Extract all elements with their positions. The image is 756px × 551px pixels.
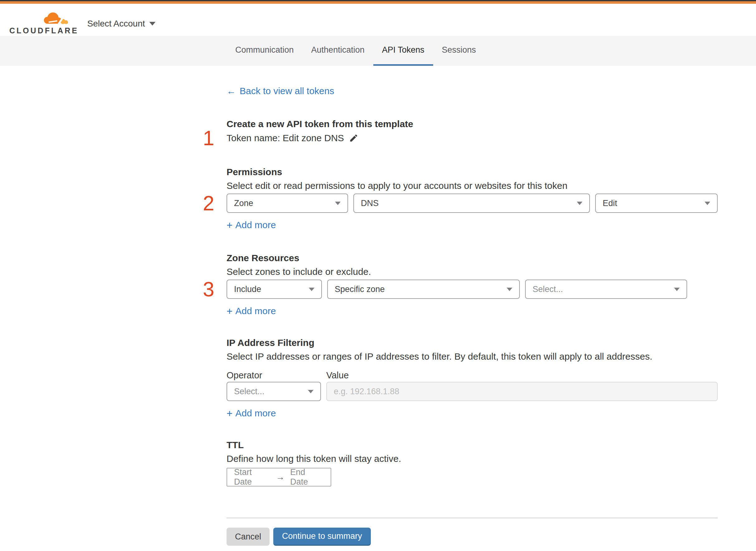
caret-down-icon <box>577 202 583 205</box>
ttl-description: Define how long this token will stay act… <box>226 453 718 465</box>
step-number-1: 1 <box>203 128 214 148</box>
tab-label: Communication <box>235 45 294 55</box>
chevron-down-icon <box>149 22 155 26</box>
arrow-right-icon: → <box>276 472 284 482</box>
cancel-button[interactable]: Cancel <box>226 528 269 546</box>
add-more-label: Add more <box>235 408 276 419</box>
main-content: ← Back to view all tokens Create a new A… <box>226 66 718 546</box>
operator-label: Operator <box>226 370 326 381</box>
select-placeholder: Select... <box>234 387 264 397</box>
arrow-left-icon: ← <box>226 86 236 96</box>
plus-icon: + <box>226 408 232 419</box>
tab-sessions[interactable]: Sessions <box>433 36 485 66</box>
ip-operator-select[interactable]: Select... <box>226 382 321 401</box>
tab-api-tokens[interactable]: API Tokens <box>373 36 433 66</box>
caret-down-icon <box>308 390 313 393</box>
select-value: Edit <box>603 198 617 208</box>
permissions-add-more-link[interactable]: + Add more <box>226 220 276 230</box>
ip-value-input <box>326 382 718 401</box>
plus-icon: + <box>226 220 232 230</box>
permission-scope-select[interactable]: Zone <box>226 193 348 213</box>
caret-down-icon <box>335 202 340 205</box>
select-placeholder: Select... <box>533 285 563 294</box>
header: CLOUDFLARE Select Account <box>0 4 756 36</box>
caret-down-icon <box>309 288 314 291</box>
cloudflare-cloud-icon <box>38 10 69 26</box>
value-label: Value <box>326 370 349 381</box>
back-link-label: Back to view all tokens <box>240 86 334 96</box>
ttl-date-range-picker[interactable]: Start Date → End Date <box>226 468 331 487</box>
add-more-label: Add more <box>235 306 276 316</box>
edit-pencil-icon[interactable] <box>349 133 358 143</box>
start-date-label: Start Date <box>234 468 270 487</box>
permission-access-select[interactable]: Edit <box>595 193 718 213</box>
caret-down-icon <box>507 288 512 291</box>
ip-filtering-description: Select IP addresses or ranges of IP addr… <box>226 351 718 363</box>
tab-bar: Communication Authentication API Tokens … <box>0 36 756 66</box>
token-name-section: Create a new API token from this templat… <box>226 118 718 144</box>
account-selector[interactable]: Select Account <box>87 19 155 29</box>
zone-mode-select[interactable]: Include <box>226 280 322 299</box>
cloudflare-logo-text: CLOUDFLARE <box>9 26 72 35</box>
tab-label: Sessions <box>442 45 476 55</box>
tab-label: API Tokens <box>382 45 425 55</box>
zone-resources-description: Select zones to include or exclude. <box>226 266 718 278</box>
tab-communication[interactable]: Communication <box>226 36 302 66</box>
step-number-3: 3 <box>203 279 214 300</box>
continue-to-summary-button[interactable]: Continue to summary <box>273 528 371 546</box>
select-value: Zone <box>234 198 253 208</box>
footer-actions: Cancel Continue to summary <box>226 528 718 546</box>
permissions-description: Select edit or read permissions to apply… <box>226 180 718 192</box>
select-value: Include <box>234 285 261 294</box>
token-name-text: Token name: Edit zone DNS <box>226 133 344 143</box>
permissions-section: Permissions Select edit or read permissi… <box>226 166 718 230</box>
account-selector-label: Select Account <box>87 19 145 29</box>
ttl-section: TTL Define how long this token will stay… <box>226 439 718 487</box>
zone-resources-section: Zone Resources Select zones to include o… <box>226 252 718 316</box>
caret-down-icon <box>705 202 710 205</box>
page-title: Create a new API token from this templat… <box>226 118 718 130</box>
cloudflare-logo: CLOUDFLARE <box>9 10 72 35</box>
top-accent-bar <box>0 1 756 4</box>
tab-label: Authentication <box>311 45 364 55</box>
ttl-heading: TTL <box>226 439 718 451</box>
zone-resources-add-more-link[interactable]: + Add more <box>226 306 276 316</box>
zone-resources-heading: Zone Resources <box>226 252 718 264</box>
select-value: DNS <box>361 198 379 208</box>
zone-picker-select[interactable]: Select... <box>525 280 687 299</box>
plus-icon: + <box>226 306 232 316</box>
ip-filtering-heading: IP Address Filtering <box>226 337 718 349</box>
back-to-tokens-link[interactable]: ← Back to view all tokens <box>226 86 334 96</box>
caret-down-icon <box>674 288 680 291</box>
add-more-label: Add more <box>235 220 276 230</box>
ip-filtering-section: IP Address Filtering Select IP addresses… <box>226 337 718 419</box>
step-number-2: 2 <box>203 193 214 213</box>
footer-divider <box>226 518 718 518</box>
select-value: Specific zone <box>335 285 385 294</box>
tab-authentication[interactable]: Authentication <box>302 36 373 66</box>
ip-filtering-add-more-link[interactable]: + Add more <box>226 408 276 419</box>
zone-type-select[interactable]: Specific zone <box>327 280 520 299</box>
permission-service-select[interactable]: DNS <box>353 193 590 213</box>
end-date-label: End Date <box>290 468 324 487</box>
permissions-heading: Permissions <box>226 166 718 178</box>
